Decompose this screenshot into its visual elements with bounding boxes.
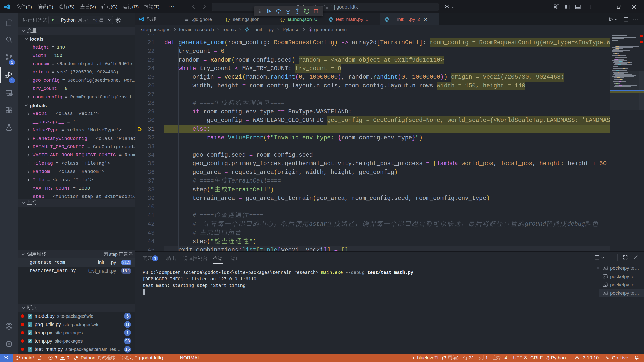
svg-text:{}: {} [225, 18, 230, 22]
svg-text:{}: {} [280, 18, 285, 22]
